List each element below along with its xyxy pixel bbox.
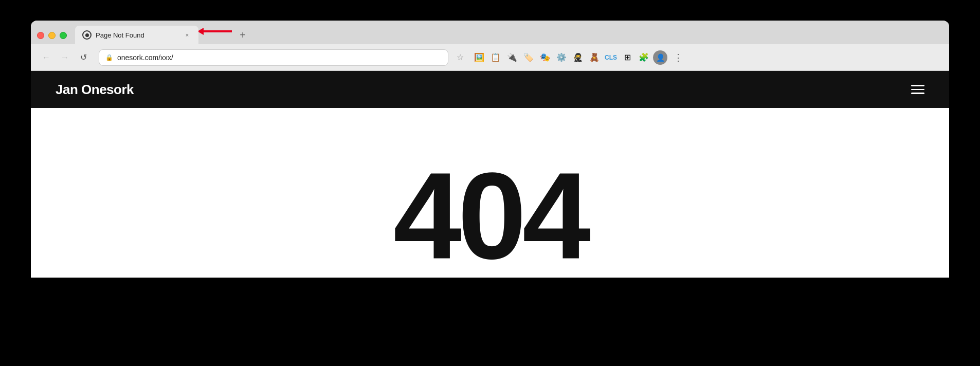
hamburger-line-1	[911, 85, 924, 86]
address-bar[interactable]: 🔒 onesork.com/xxx/	[99, 49, 448, 66]
address-text: onesork.com/xxx/	[117, 53, 442, 62]
tab-favicon	[82, 30, 92, 40]
toolbar-extensions: 🖼️ 📋 🔌 🏷️ 🎭 ⚙️ 🥷 🧸 CLS ⊞ 🧩 👤	[472, 50, 667, 65]
ext-icon-8[interactable]: 🧸	[587, 50, 602, 65]
hamburger-menu[interactable]	[911, 85, 924, 94]
error-code: 404	[393, 154, 587, 278]
toolbar: ← → ↺ 🔒 onesork.com/xxx/ ☆ 🖼️ 📋 🔌 🏷️ 🎭 ⚙…	[31, 44, 949, 71]
minimize-button[interactable]	[48, 32, 56, 39]
ext-icon-layers[interactable]: ⊞	[620, 50, 634, 65]
ext-icon-3[interactable]: 🔌	[505, 50, 519, 65]
back-button[interactable]: ←	[39, 50, 53, 65]
close-button[interactable]	[37, 32, 44, 39]
red-arrow-annotation	[193, 24, 234, 44]
refresh-button[interactable]: ↺	[76, 50, 90, 65]
lock-icon: 🔒	[105, 54, 113, 61]
forward-button[interactable]: →	[58, 50, 72, 65]
tab-bar: Page Not Found × +	[31, 21, 949, 44]
traffic-lights	[37, 32, 67, 44]
tab-title: Page Not Found	[96, 31, 179, 39]
hamburger-line-2	[911, 89, 924, 90]
error-content: 404	[31, 108, 949, 278]
more-options-button[interactable]: ⋮	[672, 52, 685, 63]
active-tab[interactable]: Page Not Found ×	[75, 26, 198, 44]
ext-icon-7[interactable]: 🥷	[571, 50, 585, 65]
hamburger-line-3	[911, 93, 924, 94]
ext-icon-2[interactable]: 📋	[488, 50, 503, 65]
ext-icon-4[interactable]: 🏷️	[521, 50, 536, 65]
ext-icon-5[interactable]: 🎭	[538, 50, 552, 65]
ext-icon-6[interactable]: ⚙️	[554, 50, 569, 65]
bookmark-icon[interactable]: ☆	[457, 52, 464, 62]
ext-icon-puzzle[interactable]: 🧩	[637, 50, 651, 65]
site-navigation: Jan Onesork	[31, 71, 949, 108]
new-tab-button[interactable]: +	[234, 26, 251, 44]
tab-close-button[interactable]: ×	[183, 31, 191, 39]
maximize-button[interactable]	[60, 32, 67, 39]
ext-icon-1[interactable]: 🖼️	[472, 50, 486, 65]
page-content: Jan Onesork 404	[31, 71, 949, 278]
site-logo: Jan Onesork	[56, 82, 134, 98]
ext-icon-cls[interactable]: CLS	[604, 50, 618, 65]
browser-window: Page Not Found × + ← → ↺ 🔒 onesork.com/x…	[31, 21, 949, 278]
profile-avatar[interactable]: 👤	[653, 50, 667, 65]
